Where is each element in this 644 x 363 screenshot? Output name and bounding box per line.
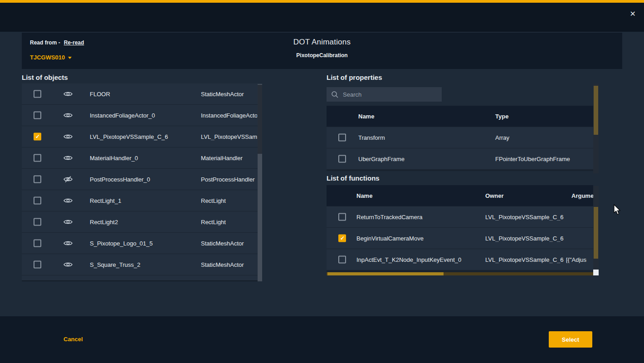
row-checkbox[interactable] bbox=[34, 218, 41, 226]
mouse-cursor bbox=[613, 204, 622, 218]
object-name: RectLight2 bbox=[90, 219, 118, 226]
functions-table: Name Owner Arguments ReturnToTrackedCame… bbox=[327, 185, 593, 272]
properties-scrollbar-thumb[interactable] bbox=[594, 86, 598, 135]
objects-heading: List of objects bbox=[22, 74, 68, 81]
column-header-name: Name bbox=[358, 113, 374, 120]
object-name: S_Pixotope_Logo_01_5 bbox=[90, 240, 153, 247]
properties-search[interactable] bbox=[327, 87, 442, 102]
functions-heading: List of functions bbox=[327, 174, 380, 182]
functions-scrollbar-thumb[interactable] bbox=[594, 207, 598, 259]
eye-icon[interactable] bbox=[63, 261, 73, 268]
column-header-name: Name bbox=[356, 192, 372, 199]
function-row[interactable]: BeginVirtualCameraMove LVL_PixotopeVSSam… bbox=[327, 228, 593, 249]
function-name: ReturnToTrackedCamera bbox=[356, 214, 422, 221]
row-checkbox[interactable] bbox=[338, 213, 346, 221]
object-row[interactable]: RectLight2 RectLight bbox=[22, 211, 262, 233]
row-checkbox[interactable] bbox=[34, 197, 41, 205]
object-name: RectLight_1 bbox=[90, 197, 121, 204]
row-checkbox[interactable] bbox=[338, 256, 346, 264]
eye-icon[interactable] bbox=[63, 240, 73, 246]
dialog-title-group: DOT Animations PixotopeCalibration bbox=[22, 38, 622, 59]
eye-icon[interactable] bbox=[63, 133, 73, 140]
object-row[interactable]: FLOOR StaticMeshActor bbox=[22, 83, 262, 105]
eye-icon[interactable] bbox=[63, 91, 73, 97]
properties-table-header: Name Type bbox=[327, 106, 593, 127]
objects-list: FLOOR StaticMeshActor InstancedFoliageAc… bbox=[22, 83, 262, 281]
row-checkbox[interactable] bbox=[34, 240, 41, 247]
close-icon[interactable]: ✕ bbox=[630, 10, 636, 18]
object-name: MaterialHandler_0 bbox=[90, 155, 138, 162]
object-type: StaticMeshActor bbox=[201, 261, 257, 268]
properties-scrollbar[interactable] bbox=[593, 84, 599, 173]
object-name: FLOOR bbox=[90, 91, 110, 98]
property-row[interactable]: Transform Array bbox=[327, 127, 593, 148]
cancel-button[interactable]: Cancel bbox=[63, 336, 83, 343]
row-checkbox[interactable] bbox=[338, 134, 346, 142]
property-name: UberGraphFrame bbox=[358, 156, 405, 162]
function-owner: LVL_PixotopeVSSample_C_6 bbox=[485, 235, 565, 242]
property-name: Transform bbox=[358, 134, 385, 141]
column-header-owner: Owner bbox=[485, 192, 565, 199]
object-type: InstancedFoliageActor bbox=[201, 112, 257, 119]
object-name: S_Square_Truss_2 bbox=[90, 261, 141, 268]
select-button[interactable]: Select bbox=[549, 331, 592, 348]
row-checkbox[interactable] bbox=[34, 133, 41, 141]
object-name: PostProcessHandler_0 bbox=[90, 176, 150, 183]
row-checkbox[interactable] bbox=[34, 90, 41, 98]
eye-icon[interactable] bbox=[63, 112, 73, 118]
dialog-subtitle: PixotopeCalibration bbox=[22, 52, 622, 59]
object-type: StaticMeshActor bbox=[201, 91, 257, 98]
search-input[interactable] bbox=[342, 91, 437, 98]
object-name: LVL_PixotopeVSSample_C_6 bbox=[90, 133, 168, 140]
eye-icon[interactable] bbox=[63, 155, 73, 161]
property-type: FPointerToUberGraphFrame bbox=[495, 156, 570, 162]
object-row[interactable]: LVL_PixotopeVSSample_C_6 LVL_PixotopeVSS… bbox=[22, 126, 262, 147]
properties-heading: List of properties bbox=[327, 74, 382, 81]
scrollbar-corner bbox=[593, 270, 599, 275]
eye-icon[interactable] bbox=[63, 197, 73, 204]
functions-horizontal-scrollbar[interactable] bbox=[327, 272, 593, 275]
column-header-arguments: Arguments bbox=[571, 192, 593, 199]
row-checkbox[interactable] bbox=[34, 154, 41, 162]
window-top-strip bbox=[0, 3, 644, 32]
function-owner: LVL_PixotopeVSSample_C_6 bbox=[485, 256, 565, 263]
object-type: StaticMeshActor bbox=[201, 240, 257, 247]
eye-icon[interactable] bbox=[63, 219, 73, 225]
dialog-header: Read from -Re-read TJCGWS010 DOT Animati… bbox=[22, 33, 622, 69]
functions-table-header: Name Owner Arguments bbox=[327, 185, 593, 206]
function-owner: LVL_PixotopeVSSample_C_6 bbox=[485, 214, 565, 221]
row-checkbox[interactable] bbox=[34, 112, 41, 119]
dialog-footer bbox=[0, 316, 644, 363]
object-name: InstancedFoliageActor_0 bbox=[90, 112, 155, 119]
column-header-type: Type bbox=[495, 113, 508, 120]
object-type: PostProcessHandler bbox=[201, 176, 257, 183]
object-type: RectLight bbox=[201, 219, 257, 226]
functions-horizontal-scrollbar-thumb[interactable] bbox=[327, 272, 444, 275]
row-checkbox[interactable] bbox=[34, 176, 41, 183]
objects-scrollbar[interactable] bbox=[258, 84, 262, 281]
object-type: MaterialHandler bbox=[201, 155, 257, 162]
row-checkbox[interactable] bbox=[338, 155, 346, 163]
function-row[interactable]: InpActEvt_T_K2Node_InputKeyEvent_0 LVL_P… bbox=[327, 249, 593, 270]
dot-animations-dialog: ✕ Read from -Re-read TJCGWS010 DOT Anima… bbox=[0, 0, 644, 363]
eye-slash-icon[interactable] bbox=[63, 176, 73, 182]
row-checkbox[interactable] bbox=[338, 235, 346, 242]
object-row[interactable]: S_Pixotope_Logo_01_5 StaticMeshActor bbox=[22, 233, 262, 254]
object-row[interactable]: RectLight_1 RectLight bbox=[22, 190, 262, 211]
object-type: LVL_PixotopeVSSample_C bbox=[201, 133, 257, 140]
object-row[interactable]: InstancedFoliageActor_0 InstancedFoliage… bbox=[22, 105, 262, 126]
objects-scrollbar-thumb[interactable] bbox=[258, 85, 262, 154]
dialog-title: DOT Animations bbox=[22, 38, 622, 47]
object-type: RectLight bbox=[201, 197, 257, 204]
properties-table: Name Type Transform Array UberGraphFrame… bbox=[327, 106, 593, 171]
property-row[interactable]: UberGraphFrame FPointerToUberGraphFrame bbox=[327, 148, 593, 170]
search-icon bbox=[331, 91, 338, 98]
row-checkbox[interactable] bbox=[34, 261, 41, 269]
functions-scrollbar[interactable] bbox=[593, 186, 599, 270]
object-row[interactable]: PostProcessHandler_0 PostProcessHandler bbox=[22, 169, 262, 190]
object-row[interactable]: MaterialHandler_0 MaterialHandler bbox=[22, 147, 262, 169]
object-row[interactable]: S_Square_Truss_2 StaticMeshActor bbox=[22, 254, 262, 275]
function-name: InpActEvt_T_K2Node_InputKeyEvent_0 bbox=[356, 256, 461, 263]
property-type: Array bbox=[495, 134, 509, 141]
function-row[interactable]: ReturnToTrackedCamera LVL_PixotopeVSSamp… bbox=[327, 206, 593, 228]
